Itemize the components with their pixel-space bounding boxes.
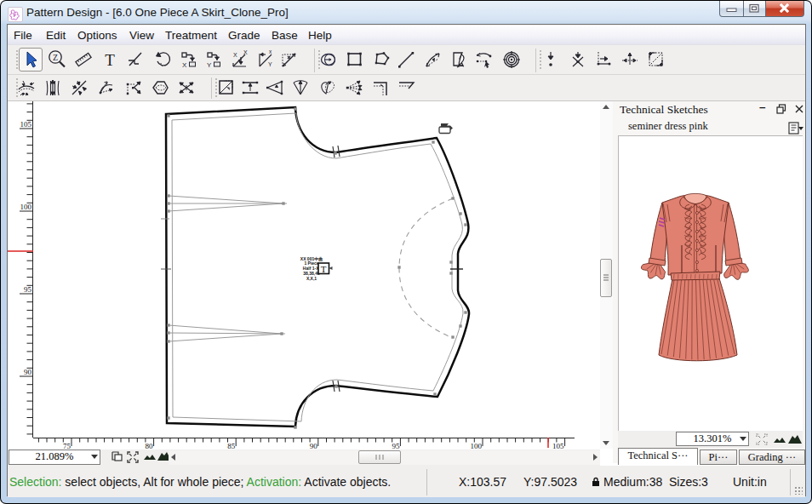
svg-text:x: x: [269, 49, 272, 54]
svg-text:X: X: [233, 52, 237, 58]
svg-text:95: 95: [24, 285, 32, 294]
svg-text:80: 80: [146, 442, 154, 450]
svg-text:100: 100: [471, 442, 483, 450]
svg-text:Z: Z: [53, 53, 58, 62]
svg-text:X: X: [182, 61, 187, 69]
svg-text:X,X,1: X,X,1: [306, 276, 317, 281]
svg-text:90: 90: [310, 442, 318, 450]
svg-text:T: T: [105, 51, 115, 69]
svg-text:90: 90: [24, 368, 32, 376]
svg-text:75: 75: [63, 442, 71, 450]
svg-text:85: 85: [227, 442, 236, 450]
svg-text:105: 105: [20, 120, 32, 129]
svg-text:T: T: [321, 264, 327, 274]
svg-text:X: X: [243, 49, 248, 55]
svg-text:Y: Y: [268, 61, 272, 67]
svg-text:95: 95: [392, 442, 400, 450]
svg-text:Y: Y: [207, 61, 212, 69]
svg-text:100: 100: [20, 203, 32, 211]
svg-text:105: 105: [552, 442, 564, 450]
